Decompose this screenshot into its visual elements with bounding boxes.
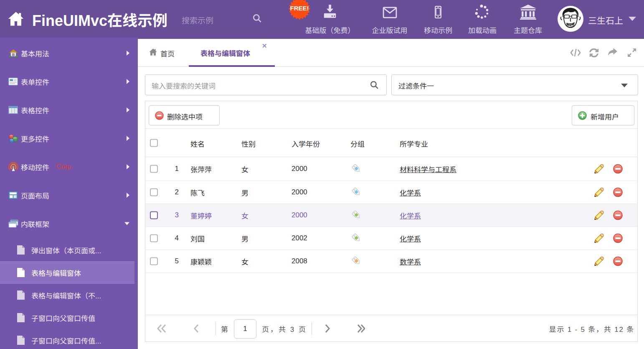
svg-text:FREE!: FREE!	[290, 5, 309, 12]
